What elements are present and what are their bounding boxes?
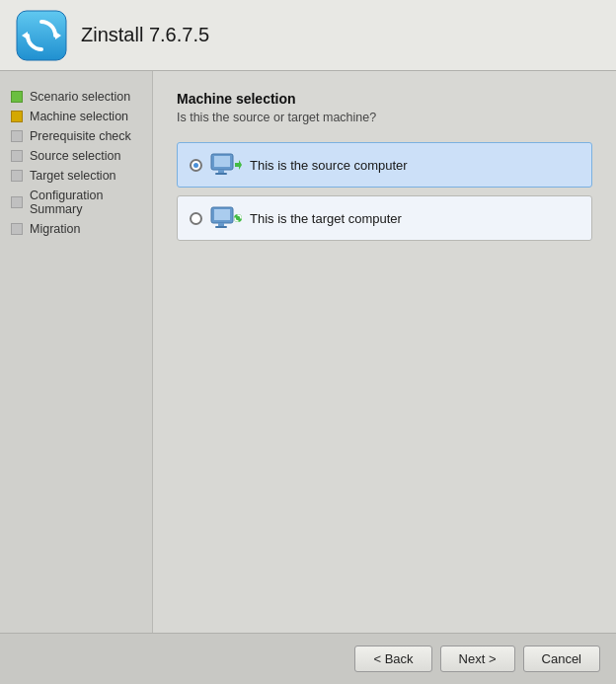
footer: < Back Next > Cancel [0,633,616,684]
sidebar-item-migration[interactable]: Migration [0,219,152,239]
bullet-scenario [10,90,24,104]
svg-rect-10 [218,223,224,226]
sidebar-label-prereq: Prerequisite check [30,129,131,143]
bullet-prereq [10,129,24,143]
bullet-config [10,195,24,209]
content-area: Machine selection Is this the source or … [153,71,616,633]
next-button[interactable]: Next > [440,646,515,672]
bullet-machine [10,110,24,123]
radio-source-dot [193,163,198,168]
main-window: Zinstall 7.6.7.5 Scenario selection Mach… [0,0,616,684]
option-source-computer[interactable]: This is the source computer [177,142,592,188]
sidebar-label-scenario: Scenario selection [30,90,130,104]
option-target-computer[interactable]: This is the target computer [177,195,592,241]
cancel-button[interactable]: Cancel [523,646,600,672]
main-area: Scenario selection Machine selection Pre… [0,71,616,633]
app-logo [16,10,67,61]
sidebar-label-machine: Machine selection [30,110,128,123]
sidebar: Scenario selection Machine selection Pre… [0,71,153,633]
bullet-source [10,149,24,163]
svg-rect-4 [214,156,230,167]
radio-target [190,212,202,225]
section-subtitle: Is this the source or target machine? [177,111,592,124]
source-computer-label: This is the source computer [250,158,408,173]
svg-rect-5 [218,170,224,173]
back-button[interactable]: < Back [354,646,431,672]
svg-rect-11 [215,226,227,228]
svg-marker-7 [235,160,242,170]
sidebar-item-target-selection[interactable]: Target selection [0,166,152,186]
section-title: Machine selection [177,91,592,107]
radio-source [190,159,202,172]
app-title: Zinstall 7.6.7.5 [81,24,209,46]
source-computer-icon [210,153,242,177]
sidebar-label-migration: Migration [30,222,80,236]
sidebar-item-scenario-selection[interactable]: Scenario selection [0,87,152,107]
sidebar-item-prerequisite-check[interactable]: Prerequisite check [0,126,152,146]
sidebar-item-source-selection[interactable]: Source selection [0,146,152,166]
svg-rect-6 [215,173,227,175]
sidebar-label-config: Configuration Summary [30,189,142,216]
svg-rect-9 [214,209,230,220]
bullet-migration [10,222,24,236]
target-computer-icon [210,206,242,230]
bullet-target [10,169,24,183]
sidebar-label-source: Source selection [30,149,120,163]
target-computer-label: This is the target computer [250,211,402,226]
sidebar-item-configuration-summary[interactable]: Configuration Summary [0,186,152,219]
sidebar-item-machine-selection[interactable]: Machine selection [0,107,152,126]
sidebar-label-target: Target selection [30,169,116,183]
header: Zinstall 7.6.7.5 [0,0,616,71]
